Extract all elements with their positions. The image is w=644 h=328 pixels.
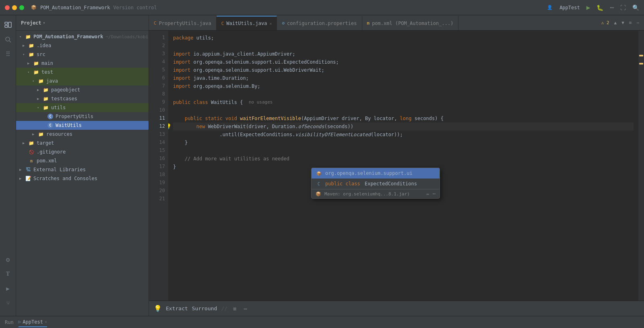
warning-indicator-2 <box>639 63 643 64</box>
bottom-tab-run[interactable]: Run <box>5 318 14 327</box>
tab-close-waitutils[interactable]: ✕ <box>269 21 272 26</box>
grid-icon[interactable]: ⠿ <box>2 48 14 60</box>
tree-arrow-target: ▶ <box>23 141 27 145</box>
tree-label-idea: .idea <box>37 43 51 48</box>
tree-label-resources: resources <box>46 131 72 137</box>
project-panel-icon[interactable] <box>2 19 14 31</box>
line-num-19: 19 <box>151 179 165 187</box>
tab-up-btn[interactable]: ▲ <box>613 19 619 26</box>
yellow-bulb-icon[interactable]: 💡 <box>168 122 171 131</box>
code-editor[interactable]: package utils; import io.appium.java_cli… <box>168 31 638 301</box>
user-icon: 👤 <box>547 4 553 11</box>
tree-item-idea[interactable]: ▶ 📁 .idea <box>16 41 149 50</box>
project-panel: Project ▾ ▾ 📁 POM_Automation_Framework ~… <box>16 15 149 316</box>
tab-pomxml[interactable]: m pom.xml (POM_Automation_...) <box>362 16 459 30</box>
tree-item-resources[interactable]: ▶ 📁 resources <box>16 130 149 139</box>
project-title: POM_Automation_Framework <box>40 5 110 10</box>
fullscreen-icon[interactable]: ⛶ <box>620 4 626 11</box>
folder-java-icon: 📁 <box>38 78 44 84</box>
bulb-action-icon[interactable]: 💡 <box>154 305 162 312</box>
tree-label-pomxml: pom.xml <box>37 158 57 164</box>
tab-bar: C PropertyUtils.java C WaitUtils.java ✕ … <box>149 15 644 31</box>
run-sidebar-icon[interactable]: ▶ <box>2 282 14 295</box>
svg-rect-1 <box>5 25 8 27</box>
line-num-6: 6 <box>151 74 165 82</box>
tree-label-utils: utils <box>51 105 66 110</box>
svg-rect-0 <box>5 22 8 24</box>
popup-item-package[interactable]: 📦 org.openqa.selenium.support.ui <box>312 168 440 179</box>
tree-item-target[interactable]: ▶ 📁 target <box>16 139 149 147</box>
tree-item-root[interactable]: ▾ 📁 POM_Automation_Framework ~/Downloads… <box>16 32 149 41</box>
minimize-button[interactable] <box>12 5 17 10</box>
tab-more-btn[interactable]: ⋯ <box>635 19 641 26</box>
tree-item-propertyutils[interactable]: C PropertyUtils <box>16 112 149 121</box>
git-sidebar-icon[interactable]: ⑂ <box>2 297 14 309</box>
line-num-7: 7 <box>151 82 165 90</box>
tree-item-testcases[interactable]: ▶ 📁 testcases <box>16 94 149 103</box>
tab-down-btn[interactable]: ▼ <box>620 19 626 26</box>
panel-header-arrow[interactable]: ▾ <box>43 21 45 25</box>
tab-menu-btn[interactable]: ≡ <box>627 19 634 26</box>
tree-label-propertyutils: PropertyUtils <box>56 114 93 119</box>
tree-item-pageobject[interactable]: ▶ 📁 pageobject <box>16 85 149 94</box>
surround-action[interactable]: Surround <box>192 305 217 311</box>
bottom-tab-apptest[interactable]: ▷ AppTest ✕ <box>19 318 47 327</box>
more-actions-title[interactable]: ⋯ <box>610 4 614 11</box>
tab-bar-right: ⚠ 2 ▲ ▼ ≡ ⋯ <box>600 15 644 30</box>
tab-waitutils[interactable]: C WaitUtils.java ✕ <box>217 16 277 30</box>
code-line-15 <box>173 147 634 155</box>
tree-item-extlib[interactable]: ▶ 🏗 External Libraries <box>16 165 149 174</box>
tree-arrow-resources: ▶ <box>32 132 37 136</box>
tree-item-src[interactable]: ▾ 📁 src <box>16 50 149 59</box>
warnings-badge[interactable]: ⚠ 2 <box>600 19 611 26</box>
search-everywhere-icon[interactable]: 🔍 <box>632 4 639 11</box>
bottom-tab-close[interactable]: ✕ <box>45 320 47 324</box>
tree-path-root: ~/Downloads/kobiton-appium-script-s76036… <box>105 34 149 39</box>
line-num-15: 15 <box>151 147 165 155</box>
popup-more-btn[interactable]: ⋯ <box>433 191 436 197</box>
code-line-16: // Add more wait utilities as needed <box>173 155 634 163</box>
tab-label-config: configuration.properties <box>287 21 357 26</box>
tree-label-testcases: testcases <box>51 96 77 102</box>
debug-icon-title[interactable]: 🐛 <box>597 4 603 11</box>
folder-root-icon: 📁 <box>25 33 31 40</box>
popup-item-class[interactable]: C public class ExpectedConditions <box>312 179 440 189</box>
folder-pageobject-icon: 📁 <box>43 87 49 93</box>
list-action-icon[interactable]: ≡ <box>231 305 238 313</box>
tree-item-java[interactable]: ▾ 📁 java <box>16 77 149 85</box>
tab-config[interactable]: ⚙ configuration.properties <box>277 16 362 30</box>
maximize-button[interactable] <box>19 5 24 10</box>
line-num-1: 1 <box>151 34 165 42</box>
maven-icon: m <box>28 158 35 164</box>
popup-source-row: 📦 Maven: org.seleniumhq...8.1.jar) ✏ ⋯ <box>312 189 440 198</box>
tree-arrow-java: ▾ <box>32 79 37 83</box>
tree-item-gitignore[interactable]: 🚫 .gitignore <box>16 147 149 156</box>
run-icon-title[interactable]: ▶ <box>586 4 590 11</box>
scrollbar-area[interactable] <box>638 31 644 301</box>
tab-propertyutils[interactable]: C PropertyUtils.java <box>149 16 217 30</box>
line-num-13: 13 <box>151 131 165 139</box>
tree-item-main[interactable]: ▶ 📁 main <box>16 59 149 68</box>
tree-item-utils[interactable]: ▾ 📁 utils <box>16 103 149 112</box>
tree-item-scratches[interactable]: ▶ 📝 Scratches and Consoles <box>16 174 149 183</box>
search-panel-icon[interactable] <box>2 33 14 46</box>
popup-edit-btn[interactable]: ✏ <box>427 191 429 197</box>
left-sidebar-icons: ⠿ ⚙ T ▶ ⑂ <box>0 15 16 316</box>
tree-label-java: java <box>46 78 58 84</box>
project-icon: 📦 <box>31 4 37 11</box>
more-action-icon[interactable]: ⋯ <box>242 305 249 313</box>
code-line-10 <box>173 106 634 114</box>
tree-item-pomxml[interactable]: m pom.xml <box>16 156 149 165</box>
tree-item-test[interactable]: ▾ 📁 test <box>16 68 149 77</box>
extract-action[interactable]: Extract <box>166 305 188 311</box>
tab-label-propertyutils: PropertyUtils.java <box>159 21 211 26</box>
tree-item-waitutils[interactable]: C WaitUtils <box>16 121 149 130</box>
version-control-label[interactable]: Version control <box>113 5 157 10</box>
close-button[interactable] <box>5 5 10 10</box>
java-icon-waitutils: C <box>47 122 53 128</box>
settings-icon[interactable]: ⚙ <box>2 253 14 266</box>
brush-icon[interactable]: T <box>2 268 14 280</box>
scratches-icon: 📝 <box>25 175 31 182</box>
tree-label-src: src <box>37 52 45 57</box>
code-line-11: public static void waitForElementVisible… <box>173 114 634 122</box>
